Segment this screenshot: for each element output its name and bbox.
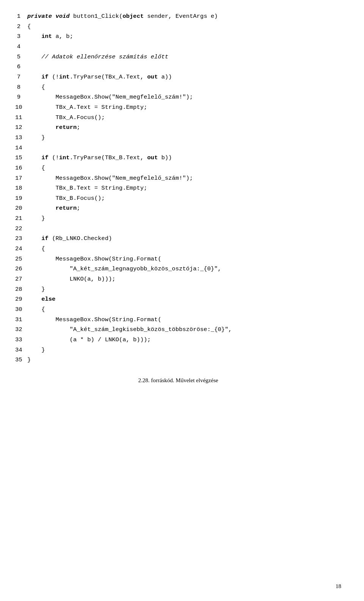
line-number: 11 [15,113,27,123]
figure-caption: 2.28. forráskód. Művelet elvégzése [15,377,341,384]
line-content: return; [27,122,80,133]
line-content: MessageBox.Show(String.Format( [27,254,161,264]
line-content: return; [27,203,80,213]
code-line: 13 } [15,133,341,143]
page: 1 private void button1_Click(object send… [0,0,364,601]
code-line: 30 { [15,304,341,315]
line-number: 8 [15,82,27,93]
line-number: 7 [15,72,27,82]
code-line: 18 TBx_B.Text = String.Empty; [15,183,341,193]
code-line: 10 TBx_A.Text = String.Empty; [15,102,341,113]
line-number: 23 [15,234,27,244]
code-line: 8 { [15,82,341,93]
code-line: 2 { [15,22,341,32]
line-content: } [27,284,45,295]
line-content: // Adatok ellenőrzése számítás előtt [27,52,168,62]
code-line: 7 if (!int.TryParse(TBx_A.Text, out a)) [15,72,341,82]
code-line: 31 MessageBox.Show(String.Format( [15,315,341,325]
line-content: } [27,355,31,365]
code-line: 34 } [15,345,341,355]
line-number: 20 [15,203,27,213]
line-number: 12 [15,122,27,133]
line-number: 17 [15,173,27,184]
code-line: 14 [15,143,341,153]
line-number: 34 [15,345,27,355]
line-number: 14 [15,143,27,153]
line-content: "A_két_szám_legnagyobb_közös_osztója:_{0… [27,264,221,274]
code-line: 3 int a, b; [15,31,341,42]
code-line: 6 [15,62,341,72]
line-number: 5 [15,52,27,62]
line-number: 4 [15,42,27,52]
line-number: 28 [15,284,27,295]
line-number: 19 [15,193,27,204]
line-content [27,42,31,52]
code-line: 4 [15,42,341,52]
line-number: 6 [15,62,27,72]
code-line: 26 "A_két_szám_legnagyobb_közös_osztója:… [15,264,341,274]
code-line: 20 return; [15,203,341,213]
line-content: int a, b; [27,31,73,42]
line-content: (a * b) / LNKO(a, b))); [27,335,151,345]
line-number: 24 [15,244,27,254]
line-number: 27 [15,274,27,284]
line-content: { [27,22,31,32]
line-content: LNKO(a, b))); [27,274,116,284]
code-line: 29 else [15,294,341,304]
line-content: TBx_A.Focus(); [27,113,105,123]
line-number: 1 [15,11,27,22]
code-line: 24 { [15,244,341,254]
code-line: 33 (a * b) / LNKO(a, b))); [15,335,341,345]
line-number: 22 [15,224,27,234]
line-number: 33 [15,335,27,345]
code-block: 1 private void button1_Click(object send… [15,11,341,365]
code-line: 28 } [15,284,341,295]
line-number: 9 [15,92,27,102]
code-line: 32 "A_két_szám_legkisebb_közös_többszörö… [15,325,341,335]
line-content: if (!int.TryParse(TBx_A.Text, out a)) [27,72,172,82]
line-number: 29 [15,294,27,304]
line-content: MessageBox.Show("Nem_megfelelő_szám!"); [27,92,193,102]
line-content: { [27,82,45,93]
line-content: { [27,163,45,173]
line-content: if (!int.TryParse(TBx_B.Text, out b)) [27,153,172,163]
line-number: 10 [15,102,27,113]
line-content: { [27,244,45,254]
line-number: 13 [15,133,27,143]
line-number: 25 [15,254,27,264]
line-number: 16 [15,163,27,173]
line-number: 3 [15,31,27,42]
line-content: } [27,133,45,143]
line-content: else [27,294,55,304]
line-content: } [27,345,45,355]
line-number: 2 [15,22,27,32]
line-content: { [27,304,45,315]
line-number: 32 [15,325,27,335]
line-content: TBx_B.Focus(); [27,193,105,204]
code-line: 22 [15,224,341,234]
code-line: 23 if (Rb_LNKO.Checked) [15,234,341,244]
line-content [27,62,31,72]
code-line: 11 TBx_A.Focus(); [15,113,341,123]
code-line: 21 } [15,213,341,224]
page-number: 18 [336,583,341,590]
line-content [27,143,31,153]
line-content: TBx_A.Text = String.Empty; [27,102,147,113]
code-line: 12 return; [15,122,341,133]
line-content: } [27,213,45,224]
code-line: 35 } [15,355,341,365]
line-content: private void button1_Click(object sender… [27,11,218,22]
line-number: 31 [15,315,27,325]
code-line: 27 LNKO(a, b))); [15,274,341,284]
line-number: 15 [15,153,27,163]
line-number: 18 [15,183,27,193]
line-content: if (Rb_LNKO.Checked) [27,234,112,244]
code-line: 15 if (!int.TryParse(TBx_B.Text, out b)) [15,153,341,163]
code-line: 9 MessageBox.Show("Nem_megfelelő_szám!")… [15,92,341,102]
code-line: 1 private void button1_Click(object send… [15,11,341,22]
line-content: "A_két_szám_legkisebb_közös_többszöröse:… [27,325,232,335]
line-number: 35 [15,355,27,365]
line-content: MessageBox.Show(String.Format( [27,315,161,325]
line-number: 26 [15,264,27,274]
line-number: 30 [15,304,27,315]
